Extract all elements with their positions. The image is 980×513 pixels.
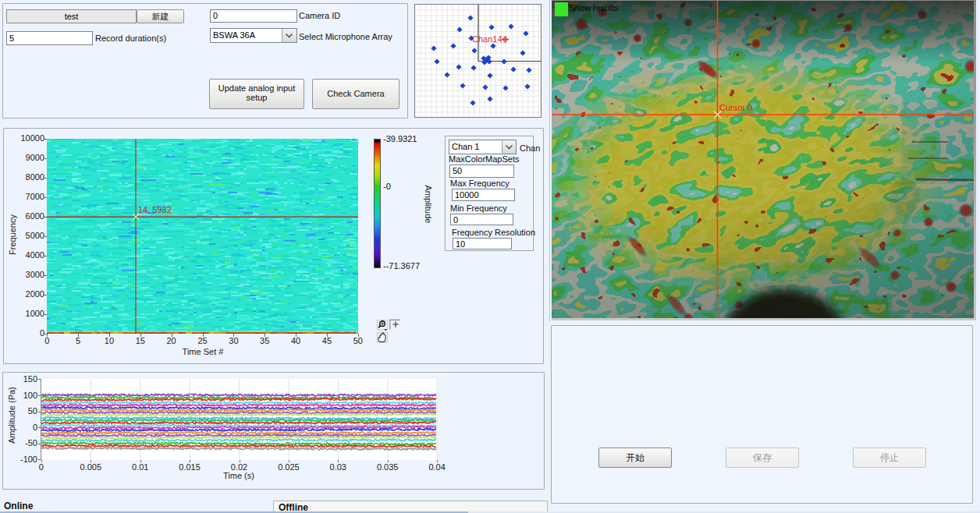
svg-text:Cursor 0: Cursor 0 — [719, 103, 752, 112]
svg-text:Chan14: Chan14 — [472, 34, 502, 44]
svg-text:14, 5932: 14, 5932 — [138, 205, 172, 214]
